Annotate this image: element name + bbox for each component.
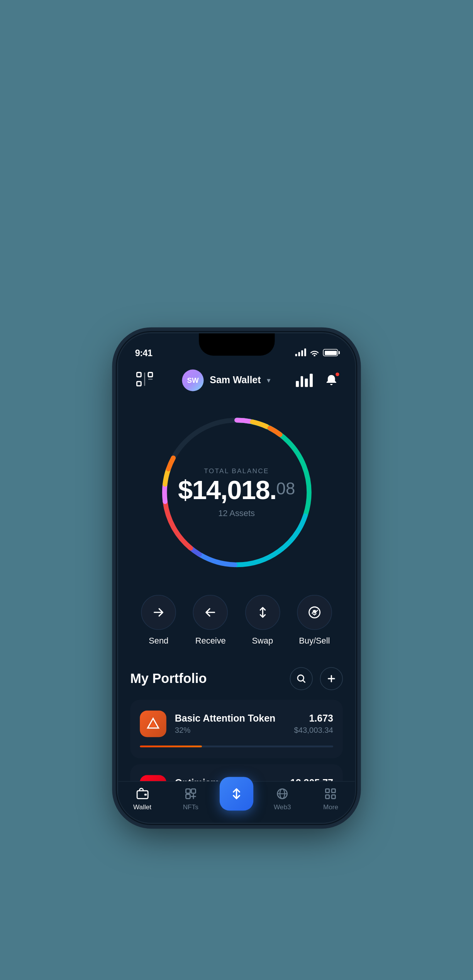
status-time: 9:41 [135, 347, 153, 358]
notch [198, 333, 275, 356]
nav-nfts[interactable]: NFTs [166, 786, 215, 810]
add-asset-button[interactable] [320, 667, 343, 690]
wallet-avatar: SW [182, 369, 203, 391]
action-center-button[interactable] [220, 777, 253, 810]
wallet-nav-icon [135, 786, 149, 801]
web3-nav-label: Web3 [274, 803, 291, 810]
balance-content: TOTAL BALANCE $14,018. 08 12 Assets [178, 467, 295, 518]
bat-usd: $43,003.34 [294, 725, 333, 734]
balance-cents: 08 [276, 480, 295, 497]
nav-web3[interactable]: Web3 [258, 786, 307, 810]
send-arrow-icon [152, 606, 165, 619]
svg-rect-27 [332, 789, 336, 792]
receive-arrow-icon [204, 606, 217, 619]
bat-progress-fill [140, 746, 202, 747]
more-nav-icon [324, 786, 338, 801]
wallet-name: Sam Wallet [210, 375, 261, 386]
nav-more[interactable]: More [307, 786, 355, 810]
bat-name: Basic Attention Token [175, 713, 286, 724]
swap-icon-circle [245, 595, 280, 630]
search-button[interactable] [290, 667, 313, 690]
swap-label: Swap [252, 636, 273, 645]
receive-label: Receive [195, 636, 226, 645]
wallet-selector[interactable]: SW Sam Wallet ▾ [182, 369, 270, 391]
balance-circle: TOTAL BALANCE $14,018. 08 12 Assets [152, 408, 321, 577]
header-right [296, 371, 340, 389]
more-nav-label: More [323, 803, 338, 810]
buysell-icon-circle: $ [297, 595, 332, 630]
svg-rect-23 [186, 794, 190, 798]
svg-rect-21 [186, 789, 190, 793]
receive-icon-circle [193, 595, 228, 630]
svg-rect-29 [332, 795, 336, 798]
bat-amount: 1.673 [294, 713, 333, 724]
web3-nav-icon [275, 786, 290, 801]
svg-rect-1 [148, 372, 153, 377]
svg-rect-20 [144, 793, 146, 795]
bat-icon [140, 710, 166, 737]
phone-frame: 9:41 [118, 333, 355, 823]
buysell-button[interactable]: $ Buy/Sell [297, 595, 332, 645]
chevron-down-icon: ▾ [267, 376, 270, 384]
notification-button[interactable] [322, 371, 341, 389]
portfolio-header: My Portfolio [130, 667, 343, 690]
bat-asset-info: Basic Attention Token 32% [175, 713, 286, 734]
status-icons [295, 349, 338, 356]
search-icon [297, 674, 306, 683]
send-icon-circle [141, 595, 176, 630]
plus-icon [327, 674, 336, 683]
svg-rect-0 [137, 372, 141, 377]
balance-amount: $14,018. 08 [178, 477, 295, 503]
bottom-nav: Wallet NFTs [118, 781, 355, 823]
svg-rect-26 [326, 789, 329, 792]
send-label: Send [149, 636, 168, 645]
buysell-label: Buy/Sell [299, 636, 330, 645]
send-button[interactable]: Send [141, 595, 176, 645]
action-buttons: Send Receive Swap [118, 595, 355, 667]
scan-icon [136, 370, 153, 390]
signal-icon [295, 349, 306, 356]
notification-dot [334, 371, 341, 377]
swap-arrows-icon [256, 606, 269, 619]
assets-count: 12 Assets [178, 508, 295, 518]
buysell-icon: $ [307, 605, 322, 619]
nfts-nav-icon [183, 786, 198, 801]
battery-icon [323, 349, 338, 356]
arrows-up-down-icon [229, 786, 244, 802]
balance-section: TOTAL BALANCE $14,018. 08 12 Assets [118, 402, 355, 594]
balance-main: $14,018. [178, 477, 276, 503]
swap-button[interactable]: Swap [245, 595, 280, 645]
nav-center[interactable] [220, 786, 253, 810]
balance-label: TOTAL BALANCE [178, 467, 295, 474]
nav-wallet[interactable]: Wallet [118, 786, 166, 810]
portfolio-title: My Portfolio [130, 671, 207, 686]
bat-values: 1.673 $43,003.34 [294, 713, 333, 734]
svg-rect-28 [326, 795, 329, 798]
svg-rect-2 [137, 381, 141, 386]
portfolio-actions [290, 667, 343, 690]
wifi-icon [310, 349, 319, 356]
receive-button[interactable]: Receive [193, 595, 228, 645]
phone-screen: 9:41 [118, 333, 355, 823]
svg-rect-22 [191, 789, 195, 793]
header: SW Sam Wallet ▾ [118, 363, 355, 402]
chart-icon [296, 374, 313, 387]
bat-progress-bar [140, 746, 333, 747]
asset-card-bat[interactable]: Basic Attention Token 32% 1.673 $43,003.… [130, 700, 343, 758]
chart-button[interactable] [296, 374, 313, 387]
bat-percent: 32% [175, 725, 286, 734]
svg-point-16 [298, 675, 304, 681]
nfts-nav-label: NFTs [183, 803, 198, 810]
scan-button[interactable] [132, 368, 156, 392]
asset-card-top: Basic Attention Token 32% 1.673 $43,003.… [140, 710, 333, 737]
wallet-nav-label: Wallet [133, 803, 151, 810]
